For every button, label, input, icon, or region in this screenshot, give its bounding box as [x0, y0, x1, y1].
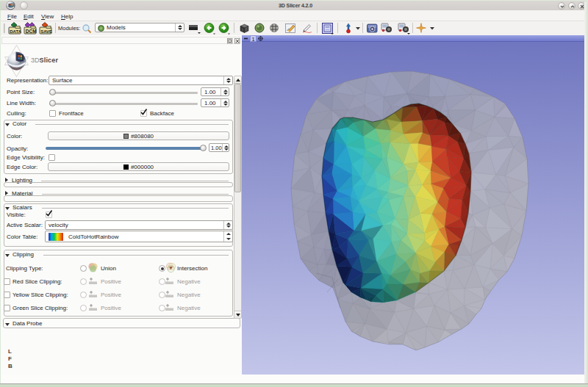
svg-text:SAVE: SAVE [40, 29, 52, 34]
svg-text:DCM: DCM [26, 29, 37, 34]
svg-text:DATA: DATA [10, 29, 21, 34]
